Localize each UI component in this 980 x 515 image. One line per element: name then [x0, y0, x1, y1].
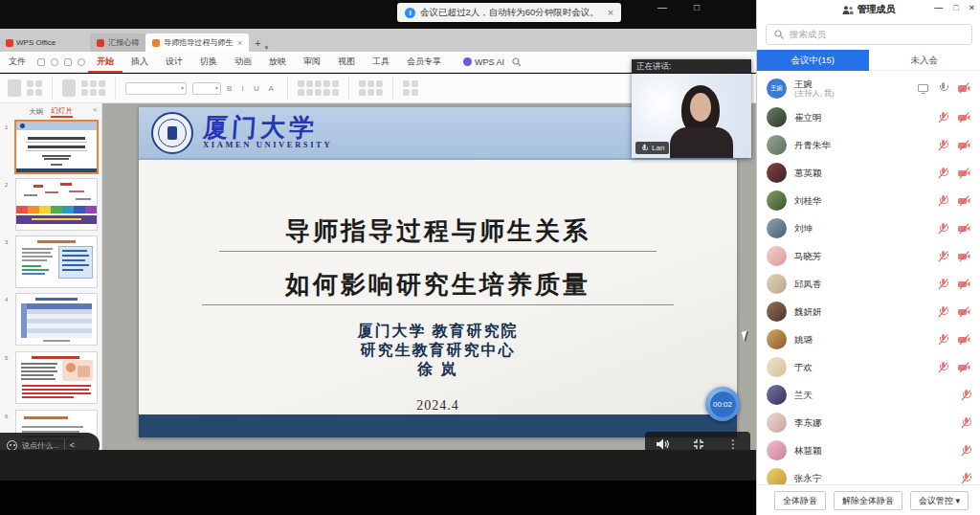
member-name: 兰天: [794, 390, 962, 400]
wps-home-button: WPS Office: [6, 38, 56, 47]
member-row[interactable]: 张永宁: [757, 464, 980, 484]
doc-icon: [97, 39, 104, 47]
panel-maximize-button[interactable]: □: [953, 3, 958, 12]
slide-number: 6: [5, 414, 8, 419]
mic-off-icon[interactable]: [939, 168, 947, 179]
mic-icon: [641, 144, 647, 151]
menu-tools: 工具: [364, 56, 398, 68]
notification-close-icon[interactable]: ×: [608, 7, 613, 18]
member-row[interactable]: 李东娜: [757, 409, 980, 437]
slide-thumbnail-3: [16, 236, 97, 287]
mic-off-icon[interactable]: [939, 140, 947, 151]
slide-thumbnail-panel: 大纲 幻灯片 < 1: [0, 103, 102, 450]
member-row[interactable]: 姚璐: [757, 325, 980, 353]
meeting-timer-bubble[interactable]: 00:02: [705, 387, 740, 421]
paste-icon: [8, 79, 21, 97]
mic-off-icon[interactable]: [939, 195, 947, 207]
camera-off-icon[interactable]: [958, 307, 970, 316]
camera-off-icon[interactable]: [958, 335, 970, 344]
slide-number: 2: [5, 182, 8, 188]
camera-off-icon[interactable]: [958, 196, 970, 205]
mic-off-icon[interactable]: [962, 473, 970, 484]
camera-off-icon[interactable]: [958, 168, 970, 177]
more-options-icon[interactable]: ⋮: [727, 437, 739, 451]
mic-off-icon[interactable]: [939, 112, 947, 123]
wps-logo-icon: [6, 39, 13, 47]
minimize-button[interactable]: —: [655, 2, 670, 12]
avatar: [767, 329, 787, 349]
camera-off-icon[interactable]: [958, 141, 970, 149]
wps-active-doc-tab: 导师指导过程与师生关系如何影响研... ×: [145, 34, 249, 52]
mic-off-icon[interactable]: [939, 223, 947, 235]
avatar: [767, 302, 787, 322]
wps-tab-bar: WPS Office 汇报心得 导师指导过程与师生关系如何影响研... × + …: [0, 29, 756, 52]
mic-off-icon[interactable]: [962, 390, 970, 401]
mic-icon[interactable]: [939, 82, 947, 94]
tab-in-meeting[interactable]: 会议中(15): [757, 50, 869, 71]
camera-off-icon[interactable]: [958, 224, 970, 233]
screen-share-icon[interactable]: [918, 84, 928, 92]
tab-close-icon: ×: [237, 38, 242, 48]
menu-review: 审阅: [295, 56, 329, 68]
find-replace-icons: [403, 80, 418, 96]
print-icon: [51, 58, 58, 66]
slide-title-line2: 如何影响研究生培养质量: [139, 268, 737, 302]
redo-icon: [78, 58, 85, 66]
camera-off-icon[interactable]: [958, 280, 970, 288]
meeting-controls-button[interactable]: 会议管控 ▾: [910, 491, 969, 510]
member-row[interactable]: 刘桂华: [757, 187, 980, 214]
wps-home-label: WPS Office: [16, 38, 56, 47]
avatar: [767, 357, 787, 377]
mic-off-icon[interactable]: [962, 445, 970, 457]
mic-off-icon[interactable]: [939, 279, 947, 290]
meeting-controls-label: 会议管控: [919, 496, 953, 505]
camera-off-icon[interactable]: [958, 113, 970, 122]
chevron-down-icon: ▾: [956, 496, 961, 505]
active-speaker-video[interactable]: 正在讲话: Lan: [632, 59, 751, 158]
member-name: 林慧颖: [794, 445, 962, 456]
menu-member: 会员专享: [398, 56, 450, 68]
mic-off-icon[interactable]: [939, 306, 947, 318]
mic-off-icon[interactable]: [962, 417, 970, 429]
menu-animation: 动画: [226, 56, 260, 68]
windows-taskbar: 搜索 外交部发言人今... 百度一下 W ^: [0, 450, 756, 481]
member-name: 刘桂华: [794, 195, 939, 206]
timer-value: 00:02: [710, 392, 736, 417]
slide-thumbnail-2: [16, 179, 97, 230]
member-name: 马晓芳: [794, 251, 939, 261]
member-search-input[interactable]: 搜索成员: [766, 24, 972, 45]
chat-collapse-icon[interactable]: <: [70, 440, 75, 450]
tab-not-joined[interactable]: 未入会: [869, 50, 980, 71]
member-row[interactable]: 兰天: [757, 381, 980, 409]
member-row[interactable]: 崔立明: [757, 103, 980, 131]
exit-fullscreen-icon[interactable]: [693, 438, 704, 450]
mute-all-button[interactable]: 全体静音: [774, 491, 826, 510]
member-row[interactable]: 刘坤: [757, 214, 980, 242]
menu-view: 视图: [329, 56, 364, 68]
member-row[interactable]: 葸英颖: [757, 159, 980, 187]
member-name: 张永宁: [794, 473, 962, 483]
camera-off-icon[interactable]: [958, 84, 970, 93]
member-row[interactable]: 王婉 王婉 (主持人, 我): [757, 73, 980, 103]
mic-off-icon[interactable]: [939, 362, 947, 373]
mic-off-icon[interactable]: [939, 251, 947, 262]
member-row[interactable]: 丹青朱华: [757, 131, 980, 159]
clipboard-icons: [27, 80, 42, 96]
member-row[interactable]: 于欢: [757, 353, 980, 381]
panel-close-button[interactable]: ×: [969, 3, 974, 12]
camera-off-icon[interactable]: [958, 363, 970, 371]
maximize-button[interactable]: □: [689, 2, 704, 12]
member-name: 崔立明: [794, 112, 939, 123]
speaker-volume-icon[interactable]: [657, 438, 670, 450]
member-row[interactable]: 魏妍妍: [757, 298, 980, 325]
author-name: 徐 岚: [139, 360, 737, 380]
member-row[interactable]: 林慧颖: [757, 437, 980, 464]
panel-minimize-button[interactable]: —: [934, 3, 943, 12]
unmute-all-button[interactable]: 解除全体静音: [834, 491, 902, 510]
member-row[interactable]: 马晓芳: [757, 242, 980, 270]
member-row[interactable]: 邱凤香: [757, 270, 980, 298]
camera-off-icon[interactable]: [958, 252, 970, 260]
emoji-icon[interactable]: [7, 440, 17, 451]
chat-placeholder[interactable]: 说点什么...: [22, 440, 59, 451]
mic-off-icon[interactable]: [939, 334, 947, 346]
